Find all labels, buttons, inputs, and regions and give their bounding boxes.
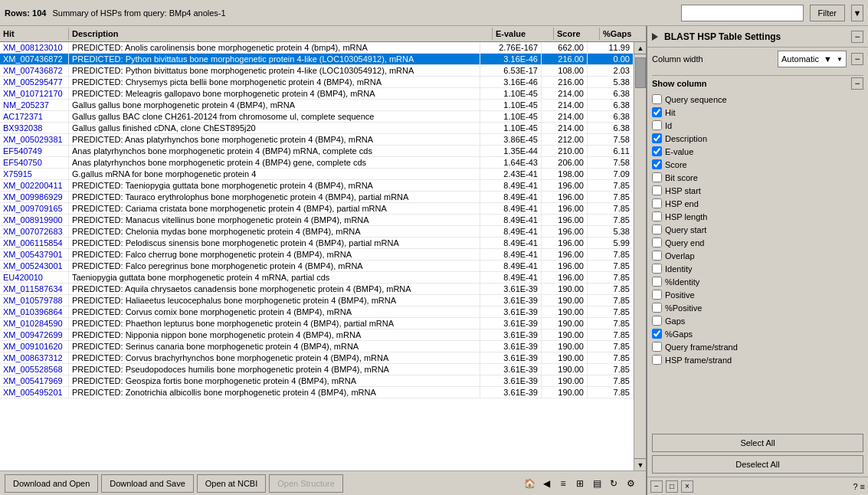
cell-hit[interactable]: XM_010396864 [0, 307, 69, 317]
back-icon[interactable]: ◀ [539, 476, 554, 491]
table-row[interactable]: XM_005295477 PREDICTED: Chrysemys picta … [0, 77, 634, 88]
table-row[interactable]: XM_009986929 PREDICTED: Tauraco erythrol… [0, 192, 634, 203]
checkbox-input[interactable] [652, 198, 662, 208]
filter-button[interactable]: Filter [810, 5, 845, 21]
settings-collapse-btn[interactable]: − [851, 31, 863, 43]
grid-icon[interactable]: ⊞ [572, 476, 588, 491]
cell-hit[interactable]: XM_009472699 [0, 329, 69, 340]
cell-hit[interactable]: XM_005528568 [0, 364, 69, 375]
checkbox-label[interactable]: Id [665, 121, 672, 130]
checkbox-label[interactable]: Query end [665, 238, 704, 248]
cell-hit[interactable]: X75915 [0, 169, 69, 179]
table-row[interactable]: XM_002200411 PREDICTED: Taeniopygia gutt… [0, 180, 634, 192]
checkbox-label[interactable]: HSP start [665, 186, 701, 195]
checkbox-label[interactable]: Identity [665, 264, 692, 274]
checkbox-input[interactable] [652, 342, 662, 352]
checkbox-input[interactable] [652, 146, 662, 156]
cell-hit[interactable]: XM_009986929 [0, 192, 69, 202]
checkbox-input[interactable] [652, 251, 662, 261]
table-row[interactable]: XM_008919900 PREDICTED: Manacus vitellin… [0, 215, 634, 226]
scrollbar[interactable]: ▲ ▼ [634, 42, 646, 470]
checkbox-label[interactable]: E-value [665, 147, 693, 156]
cell-hit[interactable]: XM_010712170 [0, 88, 69, 99]
select-all-button[interactable]: Select All [652, 434, 863, 452]
search-input[interactable] [681, 5, 804, 21]
cell-hit[interactable]: XM_007072683 [0, 226, 69, 237]
filter-dropdown[interactable]: ▼ [851, 5, 863, 21]
cell-hit[interactable]: EU420010 [0, 272, 69, 283]
checkbox-label[interactable]: %Positive [665, 303, 702, 313]
checkbox-label[interactable]: Overlap [665, 251, 695, 261]
checkbox-input[interactable] [652, 94, 662, 104]
checkbox-label[interactable]: %Identity [665, 277, 699, 287]
table-row[interactable]: EF540749 Anas platyrhynchos bone morphog… [0, 146, 634, 157]
cell-hit[interactable]: XM_005243001 [0, 261, 69, 271]
download-open-button[interactable]: Download and Open [5, 474, 98, 493]
checkbox-input[interactable] [652, 185, 662, 195]
checkbox-input[interactable] [652, 211, 662, 221]
table-row[interactable]: XM_009472699 PREDICTED: Nipponia nippon … [0, 329, 634, 341]
table-row[interactable]: XM_010579788 PREDICTED: Haliaeetus leuco… [0, 295, 634, 307]
rb-icon2[interactable]: □ [666, 480, 678, 493]
table-row[interactable]: XM_005528568 PREDICTED: Pseudopodoces hu… [0, 364, 634, 375]
cell-hit[interactable]: XM_008919900 [0, 215, 69, 225]
col-gaps[interactable]: %Gaps [600, 28, 646, 40]
open-structure-button[interactable]: Open Structure [269, 474, 343, 493]
rb-icon3[interactable]: × [681, 480, 693, 493]
table-row[interactable]: XM_005243001 PREDICTED: Falco peregrinus… [0, 261, 634, 272]
col-width-minus-btn[interactable]: − [851, 53, 863, 65]
table-row[interactable]: XM_009101620 PREDICTED: Serinus canaria … [0, 341, 634, 352]
checkbox-label[interactable]: Query sequence [665, 95, 727, 104]
col-hit[interactable]: Hit [0, 28, 69, 40]
table-row[interactable]: XM_006115854 PREDICTED: Pelodiscus sinen… [0, 238, 634, 249]
table-icon[interactable]: ▤ [589, 476, 604, 491]
cell-hit[interactable]: EF540749 [0, 146, 69, 156]
checkbox-input[interactable] [652, 172, 662, 182]
cell-hit[interactable]: XM_008123010 [0, 42, 69, 53]
list-icon[interactable]: ≡ [555, 476, 571, 491]
checkbox-label[interactable]: Score [665, 160, 687, 169]
download-save-button[interactable]: Download and Save [101, 474, 193, 493]
checkbox-label[interactable]: Query start [665, 225, 706, 234]
table-row[interactable]: XM_005417969 PREDICTED: Geospiza fortis … [0, 375, 634, 387]
checkbox-input[interactable] [652, 316, 662, 326]
table-row[interactable]: NM_205237 Gallus gallus bone morphogenet… [0, 100, 634, 111]
checkbox-input[interactable] [652, 264, 662, 274]
col-description[interactable]: Description [69, 28, 493, 40]
checkbox-input[interactable] [652, 225, 662, 234]
cell-hit[interactable]: XM_007436872 [0, 54, 69, 64]
show-column-minus-btn[interactable]: − [851, 77, 863, 90]
rb-icon1[interactable]: − [650, 480, 663, 493]
checkbox-label[interactable]: %Gaps [665, 329, 693, 339]
table-row[interactable]: XM_010712170 PREDICTED: Meleagris gallop… [0, 88, 634, 100]
checkbox-input[interactable] [652, 329, 662, 339]
settings-icon[interactable]: ⚙ [623, 476, 638, 491]
cell-hit[interactable]: XM_005417969 [0, 375, 69, 386]
cell-hit[interactable]: XM_010579788 [0, 295, 69, 306]
table-row[interactable]: XM_011587634 PREDICTED: Aquila chrysaeto… [0, 284, 634, 295]
scroll-up[interactable]: ▲ [634, 42, 646, 54]
checkbox-input[interactable] [652, 303, 662, 313]
table-row[interactable]: EF540750 Anas platyrhynchos bone morphog… [0, 157, 634, 169]
checkbox-label[interactable]: Gaps [665, 316, 685, 326]
cell-hit[interactable]: XM_005029381 [0, 134, 69, 145]
col-score[interactable]: Score [554, 28, 600, 40]
checkbox-label[interactable]: Query frame/strand [665, 343, 738, 352]
cell-hit[interactable]: XM_005295477 [0, 77, 69, 87]
scroll-down[interactable]: ▼ [634, 458, 646, 470]
table-row[interactable]: XM_005495201 PREDICTED: Zonotrichia albi… [0, 387, 634, 398]
home-icon[interactable]: 🏠 [522, 476, 537, 491]
checkbox-input[interactable] [652, 159, 662, 169]
checkbox-input[interactable] [652, 238, 662, 248]
cell-hit[interactable]: XM_008637312 [0, 352, 69, 363]
open-ncbi-button[interactable]: Open at NCBI [197, 474, 266, 493]
table-row[interactable]: XM_005029381 PREDICTED: Anas platyrhynch… [0, 134, 634, 146]
cell-hit[interactable]: AC172371 [0, 111, 69, 122]
table-row[interactable]: XM_005437901 PREDICTED: Falco cherrug bo… [0, 249, 634, 261]
cell-hit[interactable]: XM_010284590 [0, 318, 69, 329]
cell-hit[interactable]: XM_009709165 [0, 203, 69, 214]
table-row[interactable]: AC172371 Gallus gallus BAC clone CH261-2… [0, 111, 634, 123]
checkbox-label[interactable]: Bit score [665, 173, 698, 182]
cell-hit[interactable]: XM_005437901 [0, 249, 69, 260]
cell-hit[interactable]: XM_005495201 [0, 387, 69, 398]
